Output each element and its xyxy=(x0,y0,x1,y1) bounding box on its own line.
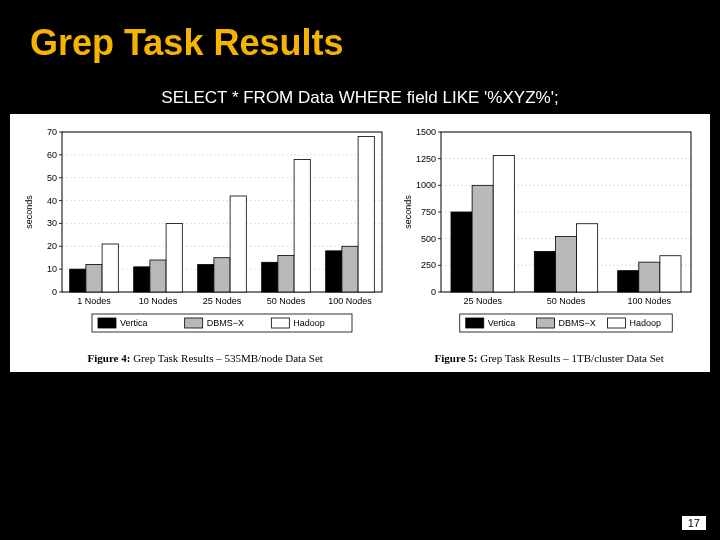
svg-rect-38 xyxy=(262,262,278,292)
svg-text:25 Nodes: 25 Nodes xyxy=(464,296,503,306)
svg-rect-42 xyxy=(326,251,342,292)
svg-rect-82 xyxy=(577,224,598,292)
caption-fig4-text: Grep Task Results – 535MB/node Data Set xyxy=(130,352,322,364)
svg-rect-35 xyxy=(214,258,230,292)
svg-rect-39 xyxy=(278,255,294,292)
chart-fig4: 010203040506070seconds1 Nodes10 Nodes25 … xyxy=(16,124,394,364)
svg-rect-89 xyxy=(466,318,484,328)
svg-rect-91 xyxy=(537,318,555,328)
svg-rect-44 xyxy=(358,137,374,292)
svg-text:70: 70 xyxy=(47,127,57,137)
svg-rect-84 xyxy=(618,271,639,292)
svg-text:100 Nodes: 100 Nodes xyxy=(628,296,672,306)
chart-fig4-svg: 010203040506070seconds1 Nodes10 Nodes25 … xyxy=(20,124,390,344)
slide: Grep Task Results SELECT * FROM Data WHE… xyxy=(0,0,720,540)
charts-row: 010203040506070seconds1 Nodes10 Nodes25 … xyxy=(10,114,710,372)
chart-fig5-svg: 0250500750100012501500seconds25 Nodes50 … xyxy=(399,124,699,344)
svg-text:seconds: seconds xyxy=(403,195,413,229)
svg-text:50: 50 xyxy=(47,173,57,183)
sql-subtitle: SELECT * FROM Data WHERE field LIKE '%XY… xyxy=(0,88,720,108)
svg-rect-49 xyxy=(185,318,203,328)
svg-text:40: 40 xyxy=(47,196,57,206)
svg-rect-51 xyxy=(272,318,290,328)
svg-text:50 Nodes: 50 Nodes xyxy=(547,296,586,306)
svg-text:seconds: seconds xyxy=(24,195,34,229)
svg-text:DBMS−X: DBMS−X xyxy=(559,318,596,328)
svg-rect-43 xyxy=(342,246,358,292)
svg-rect-80 xyxy=(535,251,556,292)
page-number: 17 xyxy=(682,516,706,530)
svg-text:Hadoop: Hadoop xyxy=(630,318,662,328)
svg-rect-32 xyxy=(166,223,182,292)
svg-text:10 Nodes: 10 Nodes xyxy=(139,296,178,306)
caption-fig4: Figure 4: Grep Task Results – 535MB/node… xyxy=(88,352,323,364)
svg-rect-81 xyxy=(556,237,577,292)
svg-rect-36 xyxy=(230,196,246,292)
svg-rect-28 xyxy=(102,244,118,292)
svg-text:100 Nodes: 100 Nodes xyxy=(328,296,372,306)
svg-text:Vertica: Vertica xyxy=(488,318,516,328)
svg-rect-76 xyxy=(451,212,472,292)
caption-fig5: Figure 5: Grep Task Results – 1TB/cluste… xyxy=(435,352,664,364)
svg-text:0: 0 xyxy=(431,287,436,297)
svg-text:1 Nodes: 1 Nodes xyxy=(77,296,111,306)
caption-fig5-text: Grep Task Results – 1TB/cluster Data Set xyxy=(477,352,663,364)
svg-rect-93 xyxy=(608,318,626,328)
svg-text:50 Nodes: 50 Nodes xyxy=(267,296,306,306)
svg-text:1000: 1000 xyxy=(416,180,436,190)
svg-rect-86 xyxy=(660,256,681,292)
svg-text:500: 500 xyxy=(421,234,436,244)
caption-fig4-prefix: Figure 4: xyxy=(88,352,131,364)
svg-text:250: 250 xyxy=(421,260,436,270)
svg-rect-77 xyxy=(472,185,493,292)
svg-rect-40 xyxy=(294,159,310,292)
caption-fig5-prefix: Figure 5: xyxy=(435,352,478,364)
svg-text:Vertica: Vertica xyxy=(120,318,148,328)
svg-text:1500: 1500 xyxy=(416,127,436,137)
svg-rect-34 xyxy=(198,265,214,292)
svg-text:Hadoop: Hadoop xyxy=(294,318,326,328)
svg-rect-47 xyxy=(98,318,116,328)
svg-text:750: 750 xyxy=(421,207,436,217)
svg-text:0: 0 xyxy=(52,287,57,297)
svg-text:25 Nodes: 25 Nodes xyxy=(203,296,242,306)
svg-text:1250: 1250 xyxy=(416,154,436,164)
svg-text:60: 60 xyxy=(47,150,57,160)
svg-rect-27 xyxy=(86,265,102,292)
svg-rect-31 xyxy=(150,260,166,292)
svg-text:10: 10 xyxy=(47,264,57,274)
svg-text:DBMS−X: DBMS−X xyxy=(207,318,244,328)
page-title: Grep Task Results xyxy=(0,0,720,70)
svg-rect-30 xyxy=(134,267,150,292)
svg-text:20: 20 xyxy=(47,241,57,251)
svg-rect-26 xyxy=(70,269,86,292)
svg-text:30: 30 xyxy=(47,218,57,228)
svg-rect-85 xyxy=(639,262,660,292)
chart-fig5: 0250500750100012501500seconds25 Nodes50 … xyxy=(394,124,704,364)
svg-rect-78 xyxy=(493,155,514,292)
